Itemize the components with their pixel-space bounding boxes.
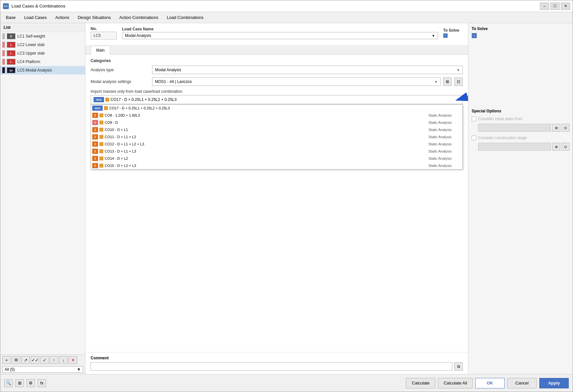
move-down-button[interactable]: ↓	[59, 356, 68, 364]
left-panel-toolbar: + ⧉ ↗ ✓✓ ✓ ↑ ↓ ✕ All (5) ▼	[0, 354, 85, 374]
menu-actions[interactable]: Actions	[51, 13, 74, 22]
categories-title: Categories	[91, 58, 463, 63]
name-value: Modal Analysis	[125, 33, 432, 38]
comment-copy-btn[interactable]: ⧉	[454, 362, 463, 371]
comment-label: Comment	[91, 356, 463, 360]
export-lc-button[interactable]: ↗	[21, 356, 30, 364]
dropdown-item-header[interactable]: SE/E CO17 - D + 0.25L1 + 0.25L2 + 0.25L3	[91, 105, 462, 112]
settings2-button[interactable]: ⚙	[26, 379, 35, 387]
dropdown-item-co10[interactable]: 2 CO10 - D + L1 Static Analysis	[91, 126, 462, 133]
initial-state-checkbox[interactable]	[472, 117, 476, 121]
dd-num-co8: 2	[92, 113, 98, 118]
name-field-group: Load Case Name Modal Analysis ▼	[122, 27, 438, 39]
to-solve-right-checkbox[interactable]: ✓	[472, 33, 477, 38]
initial-state-edit-btn[interactable]: ⊞	[552, 124, 560, 132]
comment-field: ⧉	[91, 362, 463, 371]
lc-label-lc5: LC5 Modal Analysis	[17, 68, 52, 73]
lc-item-lc3[interactable]: L LC3 Upper slab	[0, 49, 85, 57]
calculate-all-button[interactable]: Calculate All	[438, 378, 473, 388]
analysis-type-value: Modal Analysis	[155, 68, 181, 72]
cancel-button[interactable]: Cancel	[507, 378, 537, 388]
dd-name-co13: CO13 - D + L1 + L3	[105, 149, 427, 153]
lc-type-box-lc4: L	[7, 59, 15, 65]
name-select[interactable]: Modal Analysis ▼	[122, 32, 438, 39]
move-up-button[interactable]: ↑	[50, 356, 58, 364]
comment-section: Comment ⧉	[85, 352, 468, 374]
ok-button[interactable]: OK	[475, 378, 505, 388]
dropdown-item-co15[interactable]: 2 CO15 - D + L2 + L3 Static Analysis	[91, 162, 462, 169]
load-case-list: D LC1 Self-weight L LC2 Lower slab L LC3…	[0, 32, 85, 354]
apply-button[interactable]: Apply	[539, 378, 569, 388]
search-button[interactable]: 🔍	[4, 379, 13, 387]
dropdown-item-co12[interactable]: 2 CO12 - D + L1 + L2 + L3 Static Analysi…	[91, 140, 462, 148]
dd-num-co14: 2	[92, 156, 98, 161]
table-button[interactable]: ⊞	[15, 379, 24, 387]
initial-state-new-btn[interactable]: ⊡	[562, 124, 569, 132]
window-title: Load Cases & Combinations	[11, 4, 65, 8]
import-select-field[interactable]: SE/E CO17 - D + 0.25L1 + 0.25L2 + 0.25L3…	[91, 95, 463, 104]
import-value-text: CO17 - D + 0.25L1 + 0.25L2 + 0.25L3	[111, 97, 177, 102]
menu-load-combinations[interactable]: Load Combinations	[163, 13, 208, 22]
dropdown-item-co13[interactable]: 2 CO13 - D + L1 + L3 Static Analysis	[91, 148, 462, 155]
dd-num-co15: 2	[92, 163, 98, 168]
right-spacer-top	[472, 43, 569, 109]
add-lc-button[interactable]: +	[2, 356, 11, 364]
lc-type-box-lc1: D	[7, 33, 15, 39]
to-solve-section-title: To Solve	[472, 26, 569, 31]
special-options-section: Special Options Consider initial state f…	[472, 109, 569, 155]
title-bar-controls: ─ ☐ ✕	[540, 3, 570, 10]
tab-bar: Main	[85, 46, 468, 55]
modal-settings-select[interactable]: MOS1 - #4 | Lanczos ▼	[152, 77, 441, 86]
lc-label-lc4: LC4 Platform	[17, 59, 40, 64]
delete-lc-button[interactable]: ✕	[69, 356, 77, 364]
import-masses-row: SE/E CO17 - D + 0.25L1 + 0.25L2 + 0.25L3…	[91, 95, 463, 104]
construction-stage-checkbox[interactable]	[472, 136, 476, 140]
construction-stage-edit-btn[interactable]: ⊞	[552, 143, 560, 151]
menu-base[interactable]: Base	[2, 13, 20, 22]
dropdown-item-co14[interactable]: 2 CO14 - D + L2 Static Analysis	[91, 155, 462, 162]
dropdown-item-co8[interactable]: 2 CO8 - 1.20D + 1.60L3 Static Analysis	[91, 112, 462, 119]
dropdown-item-co16[interactable]: 2 CO16 - D + L3 Static Analysis	[91, 169, 462, 170]
to-solve-checkbox[interactable]: ✓	[443, 33, 448, 38]
menu-load-cases[interactable]: Load Cases	[20, 13, 51, 22]
modal-settings-new-btn[interactable]: ⊡	[454, 77, 463, 86]
menu-design-situations[interactable]: Design Situations	[74, 13, 115, 22]
close-button[interactable]: ✕	[561, 3, 570, 10]
center-panel: No. LC5 Load Case Name Modal Analysis ▼ …	[85, 23, 468, 374]
bottom-left-buttons: 🔍 ⊞ ⚙ fx	[4, 379, 46, 387]
formula-button[interactable]: fx	[38, 379, 46, 387]
dropdown-item-co9[interactable]: 1 CO9 - D Static Analysis	[91, 119, 462, 126]
dd-type-co11: Static Analysis	[428, 135, 461, 139]
form-content: Categories Analysis type Modal Analysis …	[85, 55, 468, 352]
modal-settings-edit-btn[interactable]: ⊞	[443, 77, 452, 86]
list-header: List	[0, 23, 85, 32]
menu-action-combinations[interactable]: Action Combinations	[115, 13, 163, 22]
import-select-container: SE/E CO17 - D + 0.25L1 + 0.25L2 + 0.25L3…	[91, 95, 463, 104]
analysis-type-select[interactable]: Modal Analysis ▼	[152, 66, 463, 74]
lc-item-lc2[interactable]: L LC2 Lower slab	[0, 41, 85, 49]
lc-item-lc1[interactable]: D LC1 Self-weight	[0, 32, 85, 41]
tab-main[interactable]: Main	[91, 46, 110, 55]
maximize-button[interactable]: ☐	[550, 3, 560, 10]
comment-input[interactable]	[91, 362, 452, 371]
copy-lc-button[interactable]: ⧉	[12, 356, 20, 364]
to-solve-group: To Solve ✓	[443, 28, 463, 38]
analysis-type-label: Analysis type	[91, 68, 149, 72]
dropdown-item-co11[interactable]: 2 CO11 - D + L1 + L2 Static Analysis	[91, 133, 462, 140]
lc-strip-lc2	[2, 42, 5, 48]
to-solve-label: To Solve	[443, 28, 463, 33]
check-all-button[interactable]: ✓✓	[31, 356, 39, 364]
check-button[interactable]: ✓	[40, 356, 49, 364]
filter-dropdown[interactable]: All (5) ▼	[2, 366, 83, 373]
initial-state-input-row: ⊞ ⊡	[478, 124, 569, 132]
dd-color-co8	[99, 113, 103, 117]
lc-item-lc4[interactable]: L LC4 Platform	[0, 57, 85, 66]
filter-arrow-icon: ▼	[77, 367, 81, 372]
import-dropdown-list[interactable]: SE/E CO17 - D + 0.25L1 + 0.25L2 + 0.25L3…	[91, 104, 463, 170]
dd-num-co13: 2	[92, 149, 98, 154]
lc-label-lc2: LC2 Lower slab	[17, 42, 44, 47]
calculate-button[interactable]: Calculate	[406, 378, 435, 388]
lc-item-lc5[interactable]: Qe LC5 Modal Analysis	[0, 66, 85, 74]
minimize-button[interactable]: ─	[540, 3, 549, 10]
construction-stage-new-btn[interactable]: ⊡	[562, 143, 569, 151]
